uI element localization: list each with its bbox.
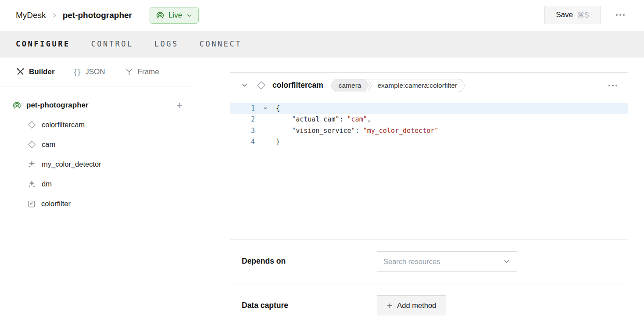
top-header: MyDesk pet-photographer Live Save ⌘S bbox=[0, 0, 644, 31]
tree-item-colorfiltercam[interactable]: colorfiltercam bbox=[0, 115, 195, 135]
code-line-2: 2 "actual_cam": "cam", bbox=[230, 114, 628, 125]
data-capture-label: Data capture bbox=[242, 301, 288, 310]
curly-braces-icon: {} bbox=[74, 67, 82, 77]
tab-control[interactable]: CONTROL bbox=[91, 39, 133, 48]
search-resources-input[interactable] bbox=[383, 257, 503, 266]
breadcrumb-chevron-icon bbox=[51, 12, 57, 18]
code-text: "vision_service": "my_color_detector" bbox=[276, 127, 438, 135]
tree-item-dm[interactable]: dm bbox=[0, 174, 195, 194]
code-text: } bbox=[276, 138, 280, 146]
config-sidebar: Builder {} JSON Frame bbox=[0, 57, 195, 336]
component-diamond-icon bbox=[27, 140, 36, 149]
data-capture-section: Data capture + Add method bbox=[230, 283, 628, 327]
line-number: 4 bbox=[230, 138, 255, 146]
resource-type-badge: camera bbox=[332, 79, 370, 92]
resource-type-model-badge: camera example:camera:colorfilter bbox=[331, 79, 465, 92]
live-status-dropdown[interactable]: Live bbox=[150, 7, 199, 24]
line-number: 2 bbox=[230, 115, 255, 123]
add-method-button[interactable]: + Add method bbox=[377, 295, 446, 315]
code-line-3: 3 "vision_service": "my_color_detector" bbox=[230, 125, 628, 136]
resource-title: colorfiltercam bbox=[272, 81, 323, 90]
card-ellipsis-menu-icon[interactable] bbox=[608, 85, 617, 86]
breadcrumb-org[interactable]: MyDesk bbox=[16, 11, 46, 20]
builder-tools-icon bbox=[16, 67, 25, 76]
tree-item-cam[interactable]: cam bbox=[0, 135, 195, 154]
tree-item-my-color-detector[interactable]: my_color_detector bbox=[0, 154, 195, 174]
add-resource-button[interactable]: + bbox=[176, 100, 182, 111]
json-attributes-editor[interactable]: 1 { 2 "actual_cam": "cam", 3 "vision_ser… bbox=[230, 98, 628, 239]
resource-model-badge: example:camera:colorfilter bbox=[373, 82, 464, 89]
tree-root-machine[interactable]: pet-photographer + bbox=[0, 97, 195, 113]
breadcrumb: MyDesk pet-photographer bbox=[16, 11, 132, 20]
config-mode-tabs: Builder {} JSON Frame bbox=[0, 57, 195, 86]
content-divider-line bbox=[213, 57, 213, 336]
depends-on-select[interactable] bbox=[377, 251, 517, 272]
resource-card-header: colorfiltercam camera example:camera:col… bbox=[230, 73, 628, 98]
fold-chevron-down-icon[interactable] bbox=[255, 106, 276, 111]
mode-tab-frame[interactable]: Frame bbox=[125, 67, 159, 76]
line-number: 1 bbox=[230, 104, 255, 112]
service-sparkle-icon bbox=[27, 179, 36, 189]
resource-card-colorfiltercam: colorfiltercam camera example:camera:col… bbox=[230, 72, 628, 327]
tab-configure[interactable]: CONFIGURE bbox=[16, 39, 70, 48]
select-chevron-down-icon bbox=[503, 257, 511, 265]
resource-tree: pet-photographer + colorfiltercam cam bbox=[0, 86, 195, 214]
live-chevron-down-icon bbox=[186, 12, 193, 19]
plus-icon: + bbox=[387, 301, 392, 310]
machine-broadcast-icon bbox=[12, 101, 21, 110]
header-ellipsis-menu-icon[interactable] bbox=[616, 14, 625, 16]
tree-item-colorfilter[interactable]: colorfilter bbox=[0, 194, 195, 214]
app-window: MyDesk pet-photographer Live Save ⌘S bbox=[0, 0, 644, 336]
live-broadcast-icon bbox=[156, 11, 165, 20]
code-line-1: 1 { bbox=[230, 103, 628, 114]
tab-connect[interactable]: CONNECT bbox=[200, 39, 242, 48]
code-line-4: 4 } bbox=[230, 136, 628, 148]
code-text: { bbox=[276, 104, 280, 112]
tab-logs[interactable]: LOGS bbox=[154, 39, 179, 48]
code-text: "actual_cam": "cam", bbox=[276, 115, 371, 123]
depends-on-section: Depends on bbox=[230, 239, 628, 283]
line-number: 3 bbox=[230, 127, 255, 135]
tree-root-label: pet-photographer bbox=[26, 101, 89, 110]
depends-on-label: Depends on bbox=[242, 257, 286, 266]
component-diamond-icon bbox=[256, 80, 266, 90]
mode-tab-json[interactable]: {} JSON bbox=[74, 67, 105, 77]
add-method-label: Add method bbox=[397, 301, 436, 310]
service-sparkle-icon bbox=[27, 160, 36, 169]
module-icon bbox=[27, 200, 36, 208]
machine-nav-tabs: CONFIGURE CONTROL LOGS CONNECT bbox=[0, 31, 644, 57]
collapse-chevron-down-icon[interactable] bbox=[241, 82, 248, 89]
mode-json-label: JSON bbox=[85, 68, 105, 76]
frame-axes-icon bbox=[125, 67, 134, 76]
mode-tab-builder[interactable]: Builder bbox=[16, 67, 55, 76]
mode-frame-label: Frame bbox=[138, 68, 159, 76]
save-button[interactable]: Save ⌘S bbox=[544, 6, 601, 24]
save-shortcut-hint: ⌘S bbox=[577, 11, 589, 19]
breadcrumb-machine[interactable]: pet-photographer bbox=[63, 11, 132, 20]
mode-builder-label: Builder bbox=[29, 68, 55, 76]
component-diamond-icon bbox=[27, 120, 36, 129]
save-label: Save bbox=[556, 11, 573, 19]
live-label: Live bbox=[168, 11, 182, 20]
